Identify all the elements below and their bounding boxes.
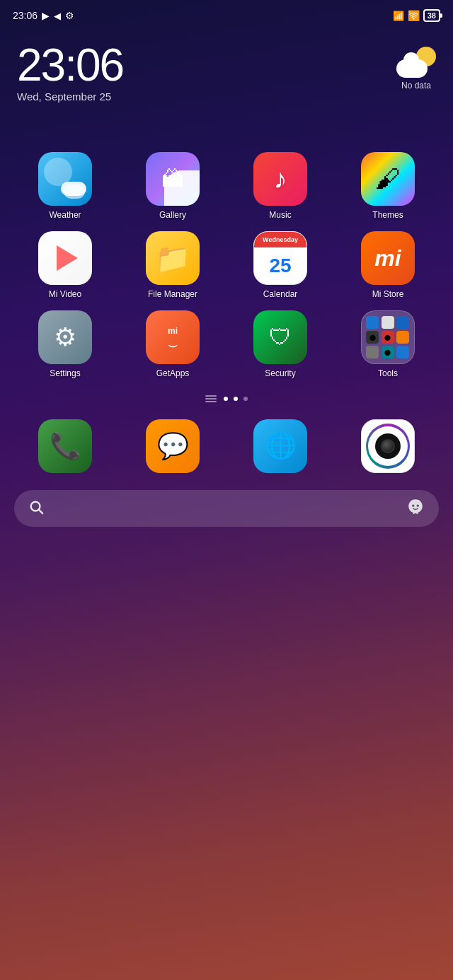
app-item-mivideo[interactable]: Mi Video [14,231,116,299]
dock-icon-browser: 🌐 [253,419,307,473]
dock-icon-camera [361,419,415,473]
clock-time: 23:06 [17,42,123,88]
page-dot-1-active[interactable] [224,397,228,401]
app-label-gallery: Gallery [159,210,186,220]
app-item-settings[interactable]: ⚙ Settings [14,310,116,378]
dock-row: 📞 💬 🌐 [0,412,453,484]
app-icon-security: 🛡 [253,310,307,364]
dock-icon-messages: 💬 [146,419,200,473]
dock-item-messages[interactable]: 💬 [122,419,224,473]
settings-icon: ⚙ [65,10,74,21]
status-time: 23:06 [13,10,38,21]
status-bar: 23:06 ▶ ◀ ⚙ 📶 🛜 38 [0,0,453,28]
gear-icon: ⚙ [54,322,76,352]
weather-icon [396,47,436,78]
clock-area: 23:06 Wed, September 25 No data [0,28,453,110]
mi-logo-icon: mi [374,245,401,272]
svg-point-2 [412,505,414,507]
app-item-tools[interactable]: 👤 ⬤ ⬤ ⬤ Tools [337,310,439,378]
tools-grid-icon: 👤 ⬤ ⬤ ⬤ [362,312,414,363]
app-icon-gallery: 🏔 [146,152,200,206]
app-icon-mivideo [38,231,92,285]
page-dot-2-active[interactable] [234,397,238,401]
signal-icon: 📶 [393,11,404,21]
tool-cell-4: ⬤ [366,331,379,344]
app-label-themes: Themes [372,210,403,220]
clock-left: 23:06 Wed, September 25 [17,42,123,103]
search-bar[interactable] [14,490,439,527]
app-label-getapps: GetApps [156,368,190,378]
app-label-calendar: Calendar [263,289,298,299]
app-grid: Weather 🏔 Gallery ♪ Music 🖌 Themes Mi Vi… [0,110,453,385]
calendar-day: 25 [269,256,291,276]
app-icon-settings: ⚙ [38,310,92,364]
app-item-weather[interactable]: Weather [14,152,116,220]
cloud-icon [396,59,428,78]
play-triangle-icon [57,245,78,271]
camera-lens-icon [381,439,395,453]
navigation-icon: ◀ [54,11,61,21]
app-icon-weather [38,152,92,206]
app-item-mistore[interactable]: mi Mi Store [337,231,439,299]
weather-widget[interactable]: No data [396,42,436,91]
clock-date: Wed, September 25 [17,91,123,103]
mi-assistant-icon[interactable] [406,497,425,520]
app-label-security: Security [265,368,295,378]
app-item-themes[interactable]: 🖌 Themes [337,152,439,220]
dock-item-browser[interactable]: 🌐 [229,419,331,473]
svg-line-1 [39,510,42,513]
app-icon-mistore: mi [361,231,415,285]
wifi-icon: 🛜 [408,10,420,21]
page-dots [0,385,453,412]
page-dot-3-inactive[interactable] [243,397,248,401]
tool-cell-3 [396,316,409,329]
tool-cell-1: 👤 [366,316,379,329]
app-label-mistore: Mi Store [372,289,404,299]
app-icon-filemanager: 📁 [146,231,200,285]
battery-indicator: 38 [423,9,440,22]
app-icon-music: ♪ [253,152,307,206]
tool-cell-2 [382,316,394,329]
svg-point-3 [417,505,419,507]
app-label-settings: Settings [50,368,80,378]
dock-item-phone[interactable]: 📞 [14,419,116,473]
music-note-icon: ♪ [274,164,287,194]
app-label-mivideo: Mi Video [49,289,81,299]
play-icon: ▶ [42,10,50,21]
app-icon-calendar: Wednesday 25 [253,231,307,285]
app-label-filemanager: File Manager [148,289,197,299]
status-left: 23:06 ▶ ◀ ⚙ [13,10,74,21]
app-icon-themes: 🖌 [361,152,415,206]
app-item-security[interactable]: 🛡 Security [229,310,331,378]
dock-item-camera[interactable] [337,419,439,473]
app-item-music[interactable]: ♪ Music [229,152,331,220]
calendar-weekday: Wednesday [263,236,298,243]
app-item-gallery[interactable]: 🏔 Gallery [122,152,224,220]
weather-nodata-label: No data [401,81,431,91]
status-right: 📶 🛜 38 [393,9,440,22]
app-icon-getapps: mi ⌣ [146,310,200,364]
app-item-getapps[interactable]: mi ⌣ GetApps [122,310,224,378]
tool-cell-5: ⬤ [382,331,394,344]
app-label-tools: Tools [378,368,398,378]
app-label-weather: Weather [49,210,81,220]
search-icon [28,499,44,518]
tool-cell-6 [396,331,409,344]
app-item-filemanager[interactable]: 📁 File Manager [122,231,224,299]
dock-icon-phone: 📞 [38,419,92,473]
app-icon-tools: 👤 ⬤ ⬤ ⬤ [361,310,415,364]
tool-cell-8: ⬤ [382,346,394,358]
app-label-music: Music [269,210,291,220]
app-item-calendar[interactable]: Wednesday 25 Calendar [229,231,331,299]
tool-cell-7 [366,346,379,358]
page-dot-lines [205,395,217,402]
tool-cell-9 [396,346,409,358]
shield-icon: 🛡 [269,325,292,351]
